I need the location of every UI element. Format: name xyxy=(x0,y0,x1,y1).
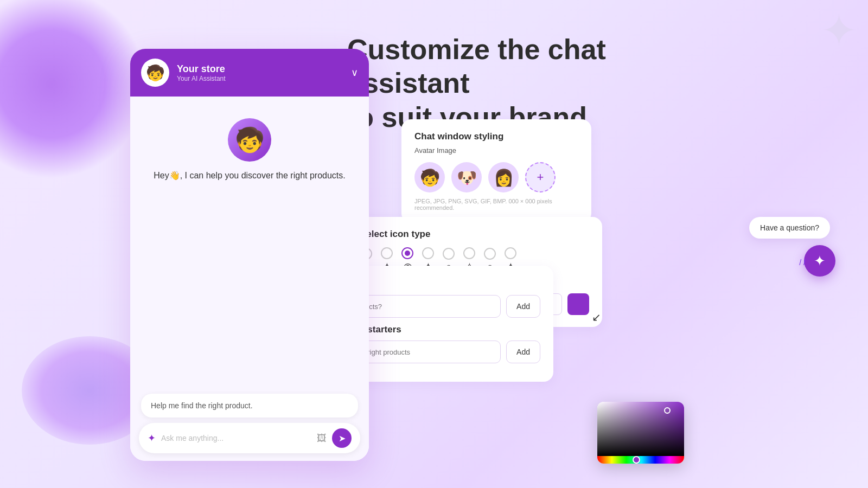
avatar-option-2[interactable]: 🐶 xyxy=(451,162,482,192)
phone-container: 🧒 Your store Your AI Assistant ∨ 🧒 Hey👋,… xyxy=(130,49,369,461)
icon-type-title: Select icon type xyxy=(360,229,589,240)
chat-fab[interactable]: ✦ xyxy=(804,245,835,277)
hue-indicator xyxy=(633,456,640,464)
phone-header-avatar: 🧒 xyxy=(141,59,169,87)
nudge-add-button[interactable]: Add xyxy=(506,295,540,318)
radio-7[interactable] xyxy=(484,248,496,260)
color-swatch[interactable]: ↙ xyxy=(567,293,589,315)
question-bubble: Have a question? xyxy=(749,217,830,239)
heading-line1: Customize the chat assistant xyxy=(347,34,606,99)
color-picker-dot[interactable] xyxy=(664,407,671,414)
image-icon[interactable]: 🖼 xyxy=(317,433,327,444)
radio-5[interactable] xyxy=(443,248,455,260)
input-placeholder: Ask me anything... xyxy=(161,434,311,442)
color-picker-popup[interactable] xyxy=(597,402,684,464)
color-gradient[interactable] xyxy=(597,402,684,456)
chat-styling-card: Chat window styling Avatar Image 🧒 🐶 👩 +… xyxy=(401,119,591,223)
avatar-hint: JPEG, JPG, PNG, SVG, GIF, BMP. 000 × 000… xyxy=(414,198,578,211)
phone-header: 🧒 Your store Your AI Assistant ∨ xyxy=(130,49,369,97)
sparkle-decoration: / / xyxy=(799,258,806,267)
phone-body: 🧒 Hey👋, I can help you discover the righ… xyxy=(130,97,369,461)
radio-3[interactable] xyxy=(401,247,413,259)
sparkle-icon: ✦ xyxy=(148,432,156,444)
radio-4[interactable] xyxy=(422,247,434,259)
store-subtitle: Your AI Assistant xyxy=(177,75,343,82)
cursor-pointer: ↙ xyxy=(592,311,601,324)
chat-welcome-text: Hey👋, I can help you discover the right … xyxy=(154,169,346,182)
chat-bubble: Help me find the right product. xyxy=(141,394,358,418)
bg-blob-left xyxy=(0,0,146,179)
radio-8[interactable] xyxy=(505,247,516,259)
avatar-label: Avatar Image xyxy=(414,146,578,155)
avatar-options: 🧒 🐶 👩 + xyxy=(414,162,578,192)
avatar-option-3[interactable]: 👩 xyxy=(488,162,519,192)
color-hue-wrapper xyxy=(597,456,684,464)
phone-header-info: Your store Your AI Assistant xyxy=(177,63,343,82)
store-name: Your store xyxy=(177,63,343,75)
question-text: Have a question? xyxy=(760,223,819,232)
chat-welcome: 🧒 Hey👋, I can help you discover the righ… xyxy=(141,118,358,182)
radio-6[interactable] xyxy=(463,247,475,259)
chat-input-bar[interactable]: ✦ Ask me anything... 🖼 ➤ xyxy=(139,423,360,453)
chat-styling-title: Chat window styling xyxy=(414,131,578,142)
starters-add-button[interactable]: Add xyxy=(506,341,540,363)
send-button[interactable]: ➤ xyxy=(332,428,352,448)
radio-2[interactable] xyxy=(381,247,393,259)
color-hue-bar[interactable] xyxy=(597,456,684,464)
right-content: Customize the chat assistant to suit you… xyxy=(347,33,857,161)
avatar-add-button[interactable]: + xyxy=(525,162,556,192)
avatar-option-1[interactable]: 🧒 xyxy=(414,162,445,192)
chevron-icon[interactable]: ∨ xyxy=(351,67,358,79)
chat-avatar: 🧒 xyxy=(228,118,271,162)
